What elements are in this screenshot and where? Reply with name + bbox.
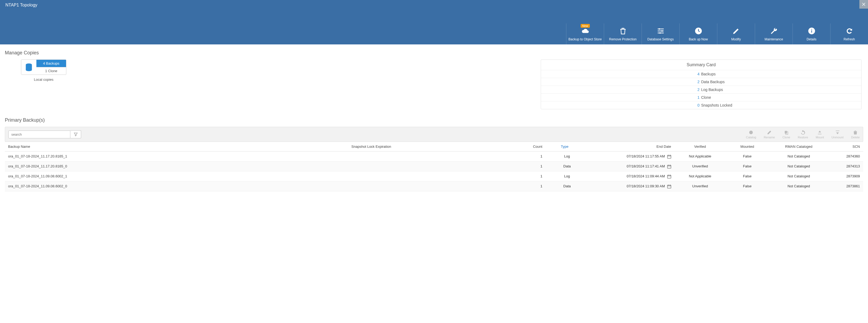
table-row[interactable]: ora_01_07-18-2024_11.09.08.6002_11Log07/… — [5, 172, 863, 181]
page-title: NTAP1 Topology — [5, 3, 37, 7]
calendar-icon — [667, 184, 671, 188]
svg-rect-6 — [811, 29, 812, 30]
cell-end: 07/18/2024 11:17:55 AM — [588, 151, 674, 162]
cell-count: 1 — [512, 162, 546, 172]
svg-rect-5 — [811, 30, 812, 33]
cell-end: 07/18/2024 11:09:30 AM — [588, 181, 674, 191]
cell-type: Log — [546, 151, 588, 162]
svg-point-2 — [659, 32, 661, 34]
cloud-icon — [581, 27, 589, 35]
cell-mounted: False — [726, 151, 769, 162]
rename-action: Rename — [764, 130, 775, 139]
cell-verified: Not Applicable — [675, 151, 726, 162]
copies-card: 4 Backups 1 Clone — [21, 60, 66, 75]
table-row[interactable]: ora_01_07-18-2024_11.09.08.6002_01Data07… — [5, 181, 863, 191]
cell-rman: Not Cataloged — [769, 172, 829, 181]
modify-button[interactable]: Modify — [717, 24, 755, 44]
col-rman[interactable]: RMAN Cataloged — [769, 142, 829, 151]
new-badge: New — [580, 24, 590, 28]
cell-name: ora_01_07-18-2024_11.17.20.8165_1 — [5, 151, 348, 162]
toolbar: New Backup to Object Store Remove Protec… — [566, 24, 868, 44]
back-up-now-button[interactable]: Back up Now — [679, 24, 717, 44]
cell-mounted: False — [726, 181, 769, 191]
cell-scn: 2873909 — [829, 172, 863, 181]
cell-count: 1 — [512, 172, 546, 181]
wrench-icon — [770, 27, 778, 35]
clock-icon — [694, 27, 703, 35]
sort-indicator-icon — [569, 145, 573, 149]
pencil-icon — [732, 27, 740, 35]
cell-verified: Not Applicable — [675, 172, 726, 181]
cell-rman: Not Cataloged — [769, 151, 829, 162]
restore-icon — [800, 130, 806, 135]
svg-rect-13 — [667, 175, 671, 178]
cell-lock — [348, 162, 512, 172]
clone-count-row[interactable]: 1 Clone — [36, 67, 66, 75]
summary-card-title: Summary Card — [541, 60, 861, 70]
table-row[interactable]: ora_01_07-18-2024_11.17.20.8165_11Log07/… — [5, 151, 863, 162]
cell-rman: Not Cataloged — [769, 181, 829, 191]
col-backup-name[interactable]: Backup Name — [5, 142, 348, 151]
cell-type: Log — [546, 172, 588, 181]
summary-card: Summary Card 4Backups 2Data Backups 2Log… — [541, 60, 862, 109]
refresh-icon — [845, 27, 854, 35]
cell-scn: 2873861 — [829, 181, 863, 191]
maintenance-button[interactable]: Maintenance — [755, 24, 793, 44]
unmount-icon — [835, 130, 840, 135]
info-icon — [808, 27, 816, 35]
header-bar: NTAP1 Topology New Backup to Object Stor… — [0, 0, 868, 44]
summary-row: 2Data Backups — [541, 78, 861, 85]
database-icon — [21, 60, 36, 75]
cell-mounted: False — [726, 172, 769, 181]
col-mounted[interactable]: Mounted — [726, 142, 769, 151]
clone-action: Clone — [782, 130, 790, 139]
remove-protection-button[interactable]: Remove Protection — [604, 24, 642, 44]
col-count[interactable]: Count — [512, 142, 546, 151]
unmount-action: Unmount — [832, 130, 844, 139]
summary-row: 4Backups — [541, 70, 861, 78]
svg-rect-9 — [785, 131, 787, 134]
table-row[interactable]: ora_01_07-18-2024_11.17.20.8165_01Data07… — [5, 162, 863, 172]
search-input[interactable] — [8, 131, 70, 138]
backups-count-row[interactable]: 4 Backups — [36, 60, 66, 67]
svg-rect-11 — [667, 155, 671, 158]
cell-count: 1 — [512, 181, 546, 191]
local-copies-block: 4 Backups 1 Clone Local copies — [21, 60, 66, 81]
cell-name: ora_01_07-18-2024_11.09.08.6002_0 — [5, 181, 348, 191]
mount-icon — [817, 130, 823, 135]
details-button[interactable]: Details — [793, 24, 830, 44]
restore-action: Restore — [798, 130, 808, 139]
backup-object-store-button[interactable]: New Backup to Object Store — [566, 24, 604, 44]
delete-action: Delete — [851, 130, 860, 139]
database-settings-button[interactable]: Database Settings — [642, 24, 679, 44]
col-verified[interactable]: Verified — [675, 142, 726, 151]
rename-icon — [767, 130, 772, 135]
close-button[interactable] — [859, 0, 868, 9]
calendar-icon — [667, 154, 671, 158]
svg-point-8 — [749, 131, 753, 134]
manage-copies-title: Manage Copies — [5, 50, 863, 56]
catalog-icon — [748, 130, 754, 135]
clone-icon — [784, 130, 789, 135]
cell-scn: 2874360 — [829, 151, 863, 162]
cell-type: Data — [546, 181, 588, 191]
catalog-action: Catalog — [746, 130, 756, 139]
svg-point-1 — [661, 30, 662, 32]
refresh-button[interactable]: Refresh — [830, 24, 868, 44]
calendar-icon — [667, 165, 671, 169]
col-scn[interactable]: SCN — [829, 142, 863, 151]
delete-icon — [852, 130, 858, 135]
cell-lock — [348, 151, 512, 162]
col-snapshot-lock[interactable]: Snapshot Lock Expiration — [348, 142, 512, 151]
cell-lock — [348, 181, 512, 191]
filter-button[interactable] — [70, 130, 81, 138]
col-type[interactable]: Type — [546, 142, 588, 151]
filter-icon — [74, 133, 78, 136]
svg-point-0 — [658, 28, 660, 30]
col-end-date[interactable]: End Date — [588, 142, 674, 151]
svg-rect-12 — [667, 165, 671, 168]
cell-mounted: False — [726, 162, 769, 172]
cell-rman: Not Cataloged — [769, 162, 829, 172]
cell-name: ora_01_07-18-2024_11.17.20.8165_0 — [5, 162, 348, 172]
summary-row: 0Snapshots Locked — [541, 101, 861, 109]
